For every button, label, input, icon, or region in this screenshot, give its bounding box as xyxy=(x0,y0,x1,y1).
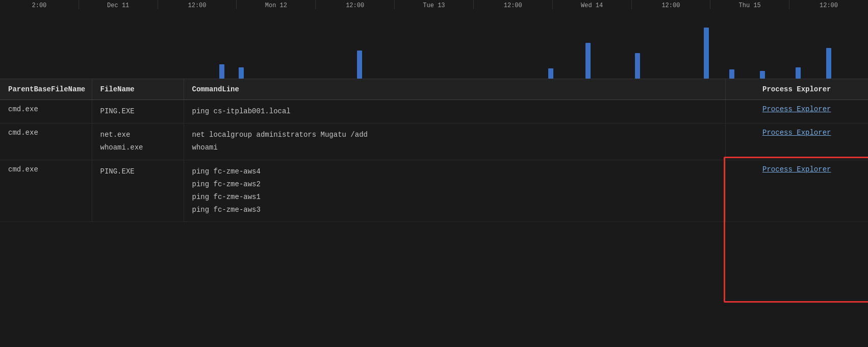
svg-rect-8 xyxy=(760,71,765,79)
tick-label-5: Tue 13 xyxy=(394,0,473,9)
cell-cmd-1: ping cs-itplab001.local xyxy=(184,100,725,123)
process-explorer-link-3[interactable]: Process Explorer xyxy=(762,165,831,174)
cell-filename-1: PING.EXE xyxy=(92,100,184,123)
svg-rect-3 xyxy=(548,68,553,79)
svg-rect-6 xyxy=(704,28,709,79)
cell-cmd-2: net localgroup administrators Mugatu /ad… xyxy=(184,123,725,160)
cell-explorer-2[interactable]: Process Explorer xyxy=(725,123,868,160)
data-table-container: ParentBaseFileName FileName CommandLine … xyxy=(0,79,868,347)
svg-rect-1 xyxy=(239,67,244,79)
tick-label-9: Thu 15 xyxy=(710,0,789,9)
tick-label-0: 2:00 xyxy=(0,0,79,9)
cell-parent-2: cmd.exe xyxy=(0,123,92,160)
cell-parent-3: cmd.exe xyxy=(0,160,92,222)
tick-label-3: Mon 12 xyxy=(236,0,315,9)
table-row: cmd.exePING.EXEping cs-itplab001.localPr… xyxy=(0,100,868,123)
header-commandline: CommandLine xyxy=(184,79,725,100)
cell-explorer-1[interactable]: Process Explorer xyxy=(725,100,868,123)
tick-label-2: 12:00 xyxy=(158,0,237,9)
svg-rect-4 xyxy=(585,43,591,79)
timeline-section: 2:00 Dec 11 12:00 Mon 12 12:00 Tue 13 12… xyxy=(0,0,868,79)
process-explorer-link-2[interactable]: Process Explorer xyxy=(762,129,831,137)
process-explorer-link-1[interactable]: Process Explorer xyxy=(762,105,831,113)
tick-label-6: 12:00 xyxy=(473,0,552,9)
timeline-bars xyxy=(0,17,868,79)
tick-label-10: 12:00 xyxy=(789,0,868,9)
cell-explorer-3[interactable]: Process Explorer xyxy=(725,160,868,222)
tick-label-4: 12:00 xyxy=(315,0,394,9)
cell-cmd-3: ping fc-zme-aws4ping fc-zme-aws2ping fc-… xyxy=(184,160,725,222)
table-row: cmd.exenet.exewhoami.exenet localgroup a… xyxy=(0,123,868,160)
tick-label-7: Wed 14 xyxy=(552,0,631,9)
table-row: cmd.exePING.EXEping fc-zme-aws4ping fc-z… xyxy=(0,160,868,222)
header-explorer: Process Explorer xyxy=(725,79,868,100)
tick-label-1: Dec 11 xyxy=(79,0,158,9)
svg-rect-2 xyxy=(357,51,362,79)
table-wrapper: ParentBaseFileName FileName CommandLine … xyxy=(0,79,868,347)
svg-rect-0 xyxy=(219,64,224,79)
header-parent: ParentBaseFileName xyxy=(0,79,92,100)
cell-filename-3: PING.EXE xyxy=(92,160,184,222)
cell-filename-2: net.exewhoami.exe xyxy=(92,123,184,160)
svg-rect-9 xyxy=(796,67,801,79)
cell-parent-1: cmd.exe xyxy=(0,100,92,123)
svg-rect-5 xyxy=(635,53,640,79)
header-filename: FileName xyxy=(92,79,184,100)
svg-rect-7 xyxy=(729,69,734,79)
process-table: ParentBaseFileName FileName CommandLine … xyxy=(0,79,868,222)
svg-rect-10 xyxy=(826,48,831,79)
tick-label-8: 12:00 xyxy=(631,0,710,9)
